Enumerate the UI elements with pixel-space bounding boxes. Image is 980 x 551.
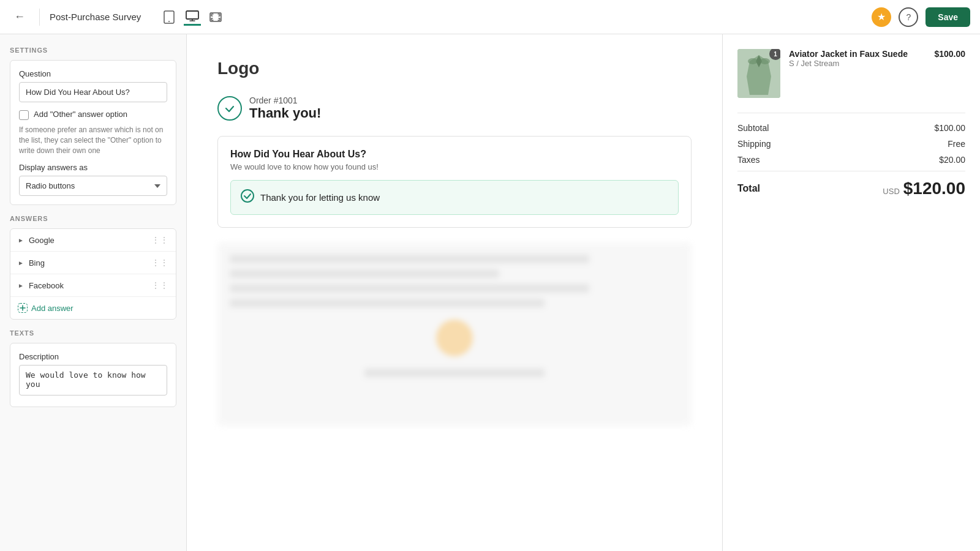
order-item: 1 Aviator Jacket in Faux Suede S / Jet S… — [737, 49, 965, 98]
answer-label-facebook: Facebook — [29, 281, 151, 290]
product-quantity-badge: 1 — [769, 49, 780, 60]
answer-label-google: Google — [29, 236, 151, 245]
main-layout: SETTINGS Question Add "Other" answer opt… — [0, 34, 980, 551]
taxes-label: Taxes — [737, 155, 760, 165]
list-item: ► Google ⋮⋮ — [10, 229, 176, 252]
shipping-label: Shipping — [737, 139, 771, 149]
shipping-value: Free — [948, 139, 965, 149]
order-thank-you: Thank you! — [249, 105, 321, 121]
order-check-icon — [217, 96, 242, 121]
list-item: ► Facebook ⋮⋮ — [10, 274, 176, 297]
sidebar: SETTINGS Question Add "Other" answer opt… — [0, 34, 187, 551]
other-option-desc: If someone prefer an answer which is not… — [19, 125, 167, 156]
order-number: Order #1001 — [249, 96, 321, 105]
shipping-row: Shipping Free — [737, 139, 965, 149]
subtotal-value: $100.00 — [934, 123, 965, 133]
description-input[interactable]: We would love to know how you — [19, 365, 167, 395]
svg-point-5 — [241, 190, 254, 202]
topbar-divider — [39, 9, 40, 26]
drag-handle-icon[interactable]: ⋮⋮ — [151, 280, 168, 290]
save-button[interactable]: Save — [925, 7, 970, 27]
add-answer-button[interactable]: Add answer — [10, 297, 176, 319]
order-info: Order #1001 Thank you! — [249, 96, 321, 121]
preview-panel: Logo Order #1001 Thank you! How Did You … — [187, 34, 723, 551]
product-details: Aviator Jacket in Faux Suede S / Jet Str… — [789, 49, 925, 68]
chevron-right-icon[interactable]: ► — [18, 282, 24, 289]
drag-handle-icon[interactable]: ⋮⋮ — [151, 235, 168, 245]
success-banner: Thank you for letting us know — [230, 180, 679, 215]
taxes-value: $20.00 — [939, 155, 965, 165]
svg-point-7 — [748, 58, 758, 64]
subtotal-row: Subtotal $100.00 — [737, 123, 965, 133]
description-label: Description — [19, 352, 167, 361]
settings-card: Question Add "Other" answer option If so… — [10, 60, 176, 205]
add-answer-label: Add answer — [31, 304, 74, 313]
order-header: Order #1001 Thank you! — [217, 96, 692, 121]
other-option-row: Add "Other" answer option — [19, 110, 167, 120]
total-amount: $120.00 — [903, 179, 965, 198]
logo: Logo — [217, 59, 692, 78]
svg-point-1 — [168, 21, 170, 22]
answers-section: ANSWERS ► Google ⋮⋮ ► Bing ⋮⋮ ► Facebook… — [10, 215, 176, 320]
help-icon[interactable]: ? — [899, 7, 918, 27]
topbar: ← Post-Purchase Survey ★ ? Save — [0, 0, 980, 34]
chevron-right-icon[interactable]: ► — [18, 260, 24, 266]
success-message: Thank you for letting us know — [260, 192, 380, 203]
chevron-right-icon[interactable]: ► — [18, 237, 24, 244]
topbar-right: ★ ? Save — [872, 7, 970, 27]
total-row: Total USD $120.00 — [737, 171, 965, 198]
answers-list: ► Google ⋮⋮ ► Bing ⋮⋮ ► Facebook ⋮⋮ — [10, 228, 176, 320]
total-value-group: USD $120.00 — [883, 179, 965, 198]
drag-handle-icon[interactable]: ⋮⋮ — [151, 258, 168, 268]
total-label: Total — [737, 183, 760, 194]
product-variant: S / Jet Stream — [789, 59, 925, 68]
svg-point-8 — [760, 58, 770, 64]
desktop-icon[interactable] — [184, 9, 201, 26]
settings-section-label: SETTINGS — [10, 47, 176, 54]
texts-card: Description We would love to know how yo… — [10, 343, 176, 407]
list-item: ► Bing ⋮⋮ — [10, 252, 176, 274]
order-divider — [737, 113, 965, 113]
survey-box: How Did You Hear About Us? We would love… — [217, 136, 692, 228]
display-answers-label: Display answers as — [19, 163, 167, 172]
blurred-preview — [217, 242, 692, 426]
display-answers-select[interactable]: Radio buttons Checkboxes Dropdown — [19, 176, 167, 196]
subtotal-label: Subtotal — [737, 123, 769, 133]
product-price: $100.00 — [934, 49, 965, 59]
star-icon[interactable]: ★ — [872, 7, 891, 27]
mobile-icon[interactable] — [160, 9, 178, 26]
answers-section-label: ANSWERS — [10, 215, 176, 222]
question-input[interactable] — [19, 82, 167, 102]
order-panel: 1 Aviator Jacket in Faux Suede S / Jet S… — [723, 34, 980, 551]
survey-description: We would love to know how you found us! — [230, 162, 679, 171]
product-name: Aviator Jacket in Faux Suede — [789, 49, 925, 59]
answer-label-bing: Bing — [29, 258, 151, 268]
taxes-row: Taxes $20.00 — [737, 155, 965, 165]
other-option-label: Add "Other" answer option — [34, 110, 127, 119]
page-title: Post-Purchase Survey — [50, 12, 141, 22]
texts-section: TEXTS Description We would love to know … — [10, 329, 176, 407]
expand-icon[interactable] — [207, 9, 224, 26]
total-currency: USD — [883, 187, 899, 196]
product-image: 1 — [737, 49, 780, 98]
other-option-checkbox[interactable] — [19, 110, 29, 120]
question-label: Question — [19, 69, 167, 78]
survey-question: How Did You Hear About Us? — [230, 149, 679, 160]
device-switcher — [160, 9, 224, 26]
texts-section-label: TEXTS — [10, 329, 176, 337]
svg-rect-2 — [186, 11, 198, 19]
back-button[interactable]: ← — [10, 7, 29, 27]
success-check-icon — [241, 189, 254, 206]
